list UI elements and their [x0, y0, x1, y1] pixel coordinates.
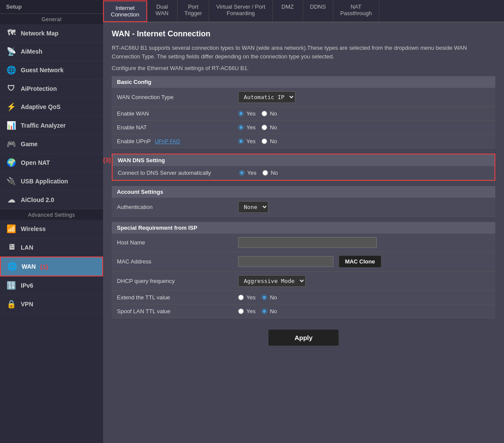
basic-config-header: Basic Config — [112, 76, 495, 88]
dns-auto-yes[interactable]: Yes — [239, 170, 256, 176]
page-description1: RT-AC66U B1 supports several connection … — [112, 44, 495, 61]
tab-bar: InternetConnection (2) DualWAN PortTrigg… — [103, 0, 504, 22]
wan-icon: 🌐 — [7, 262, 17, 271]
auth-label: Authentication — [112, 198, 233, 217]
sidebar-item-adaptive-qos[interactable]: ⚡ Adaptive QoS — [0, 98, 103, 116]
enable-upnp-yes-radio[interactable] — [238, 138, 244, 144]
tab-virtual-server[interactable]: Virtual Server / PortForwarding — [209, 0, 272, 22]
enable-upnp-label: Enable UPnP UPnP FAQ — [112, 134, 233, 148]
tab-label: NATPassthrough — [340, 3, 372, 16]
mac-clone-button[interactable]: MAC Clone — [339, 255, 381, 268]
page-title: WAN - Internet Connection — [112, 29, 495, 39]
enable-wan-yes-radio[interactable] — [238, 111, 244, 116]
sidebar-item-vpn[interactable]: 🔒 VPN — [0, 295, 103, 314]
spoof-lan-no[interactable]: No — [262, 308, 277, 315]
tab-label: PortTrigger — [184, 3, 202, 16]
enable-wan-no[interactable]: No — [262, 110, 277, 117]
wan-connection-type-select[interactable]: Automatic IP PPPoE PPTP L2TP Static IP — [238, 91, 295, 103]
network-map-icon: 🗺 — [6, 29, 16, 38]
extend-ttl-no-radio[interactable] — [262, 295, 267, 300]
sidebar-item-label: Wireless — [21, 225, 45, 232]
dhcp-select[interactable]: Aggressive Mode Normal Mode — [238, 275, 306, 287]
guest-network-icon: 🌐 — [6, 65, 16, 75]
enable-nat-no[interactable]: No — [262, 124, 277, 131]
enable-nat-yes-radio[interactable] — [238, 125, 244, 130]
apply-button[interactable]: Apply — [268, 330, 339, 346]
enable-upnp-no-radio[interactable] — [262, 138, 267, 144]
sidebar-item-aiprotection[interactable]: 🛡 AiProtection — [0, 80, 103, 98]
host-name-input[interactable] — [238, 237, 377, 248]
enable-upnp-yes[interactable]: Yes — [238, 138, 255, 144]
sidebar-item-label: AiProtection — [21, 85, 57, 92]
enable-nat-yes[interactable]: Yes — [238, 124, 255, 131]
sidebar-item-wireless[interactable]: 📶 Wireless — [0, 220, 103, 238]
aiprotection-icon: 🛡 — [6, 84, 16, 93]
enable-wan-no-radio[interactable] — [262, 111, 267, 116]
tab-dmz[interactable]: DMZ — [273, 0, 303, 22]
sidebar-item-label: IPv6 — [21, 282, 33, 289]
spoof-lan-no-radio[interactable] — [262, 308, 267, 314]
extend-ttl-yes-radio[interactable] — [238, 295, 244, 300]
spoof-lan-label: Spoof LAN TTL value — [112, 304, 233, 318]
enable-upnp-radio-group: Yes No — [238, 138, 490, 144]
upnp-faq-link[interactable]: UPnP FAQ — [155, 138, 180, 144]
spoof-lan-yes-radio[interactable] — [238, 308, 244, 314]
sidebar-item-label: Adaptive QoS — [21, 103, 61, 110]
spoof-lan-yes[interactable]: Yes — [238, 308, 255, 315]
spoof-lan-radio-group: Yes No — [238, 308, 490, 315]
sidebar-item-network-map[interactable]: 🗺 Network Map — [0, 24, 103, 42]
tab-label: InternetConnection — [111, 5, 139, 18]
dns-auto-radio-group: Yes No — [239, 170, 489, 176]
wan-dns-table: Connect to DNS Server automatically Yes … — [113, 166, 494, 180]
enable-wan-yes[interactable]: Yes — [238, 110, 255, 117]
extend-ttl-radio-group: Yes No — [238, 294, 490, 301]
wan-dns-header: WAN DNS Setting — [113, 154, 494, 166]
tab-dual-wan[interactable]: DualWAN — [147, 0, 178, 22]
tab-label: Virtual Server / PortForwarding — [216, 3, 265, 16]
enable-nat-no-radio[interactable] — [262, 125, 267, 130]
extend-ttl-no[interactable]: No — [262, 294, 277, 301]
tab-label: DMZ — [281, 3, 294, 10]
sidebar-item-label: USB Application — [21, 178, 68, 185]
sidebar-item-wan[interactable]: 🌐 WAN (1) — [0, 257, 103, 276]
sidebar-item-ipv6[interactable]: 🔢 IPv6 — [0, 276, 103, 295]
sidebar-item-lan[interactable]: 🖥 LAN — [0, 238, 103, 257]
dns-auto-no-radio[interactable] — [262, 170, 268, 176]
sidebar-item-label: Traffic Analyzer — [21, 122, 66, 129]
enable-nat-label: Enable NAT — [112, 120, 233, 134]
ipv6-icon: 🔢 — [6, 281, 16, 290]
sidebar-item-guest-network[interactable]: 🌐 Guest Network — [0, 61, 103, 80]
sidebar-item-aimesh[interactable]: 📡 AiMesh — [0, 42, 103, 61]
traffic-analyzer-icon: 📊 — [6, 121, 16, 130]
apply-section: Apply — [112, 324, 495, 350]
dns-auto-no[interactable]: No — [262, 170, 278, 176]
sidebar-item-label: Guest Network — [21, 67, 64, 74]
tab-nat-passthrough[interactable]: NATPassthrough — [333, 0, 379, 22]
sidebar-item-usb-application[interactable]: 🔌 USB Application — [0, 172, 103, 191]
sidebar-item-traffic-analyzer[interactable]: 📊 Traffic Analyzer — [0, 116, 103, 135]
auth-select[interactable]: None PAP CHAP — [238, 201, 268, 213]
extend-ttl-yes[interactable]: Yes — [238, 294, 255, 301]
sidebar-item-open-nat[interactable]: 🌍 Open NAT — [0, 154, 103, 172]
sidebar-item-label: WAN — [22, 263, 36, 270]
mac-address-label: MAC Address — [112, 251, 233, 271]
wan-dns-section: (3) WAN DNS Setting Connect to DNS Serve… — [112, 154, 495, 181]
dhcp-label: DHCP query frequency — [112, 271, 233, 290]
tab-ddns[interactable]: DDNS — [303, 0, 333, 22]
extend-ttl-label: Extend the TTL value — [112, 290, 233, 304]
table-row: Enable UPnP UPnP FAQ Yes No — [112, 134, 495, 148]
account-settings-header: Account Settings — [112, 186, 495, 198]
main-content: InternetConnection (2) DualWAN PortTrigg… — [103, 0, 504, 443]
page-content: WAN - Internet Connection RT-AC66U B1 su… — [103, 22, 504, 443]
dns-auto-yes-radio[interactable] — [239, 170, 245, 176]
tab-port-trigger[interactable]: PortTrigger — [178, 0, 210, 22]
tab-internet-connection[interactable]: InternetConnection (2) — [103, 0, 147, 22]
sidebar: Setup General 🗺 Network Map 📡 AiMesh 🌐 G… — [0, 0, 103, 443]
sidebar-item-game[interactable]: 🎮 Game — [0, 135, 103, 154]
sidebar-item-aicloud[interactable]: ☁ AiCloud 2.0 — [0, 191, 103, 209]
mac-address-input[interactable] — [238, 256, 333, 267]
table-row: Enable NAT Yes No — [112, 120, 495, 134]
table-row: Spoof LAN TTL value Yes No — [112, 304, 495, 318]
enable-upnp-no[interactable]: No — [262, 138, 277, 144]
table-row: WAN Connection Type Automatic IP PPPoE P… — [112, 88, 495, 107]
